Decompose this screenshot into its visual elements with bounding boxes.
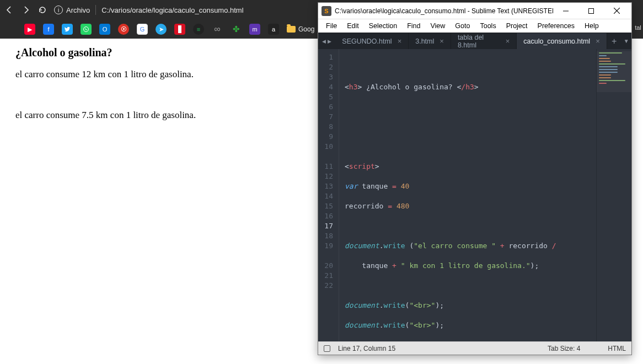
tab-label: tabla del 8.html [458,34,500,49]
svg-rect-2 [589,8,594,13]
bookmark-telegram-icon[interactable]: ➤ [156,24,167,35]
menu-tools[interactable]: Tools [475,21,500,31]
app-icon: S [322,6,331,16]
panel-toggle-icon[interactable] [324,345,330,352]
window-title: C:\varios\oracle\logica\caculo_consumo.h… [335,7,553,15]
bookmark-clover-icon[interactable]: ✤ [231,24,242,35]
tab-caculo-consumo[interactable]: caculo_consumo.html × [517,33,607,49]
status-position[interactable]: Line 17, Column 15 [338,345,395,352]
status-syntax[interactable]: HTML [608,345,626,352]
bookmark-outlook-icon[interactable]: O [99,24,110,35]
site-info-icon[interactable]: i [54,6,63,14]
bookmark-twitter-icon[interactable] [62,24,73,35]
bookmark-facebook-icon[interactable]: f [43,24,54,35]
bookmark-folder[interactable]: Goog [287,25,314,33]
new-tab-button[interactable]: + [607,33,621,49]
menu-preferences[interactable]: Preferences [533,21,579,31]
menu-goto[interactable]: Goto [451,21,474,31]
sublime-window: S C:\varios\oracle\logica\caculo_consumo… [318,2,632,355]
minimap[interactable] [596,49,631,341]
folder-icon [287,26,296,33]
menu-find[interactable]: Find [403,21,425,31]
tab-3[interactable]: 3.html × [409,33,451,49]
tab-label: caculo_consumo.html [523,38,590,45]
bookmark-google-icon[interactable]: G [137,24,148,35]
close-icon[interactable]: × [398,37,402,45]
status-tabsize[interactable]: Tab Size: 4 [548,345,580,352]
bookmark-spotify-icon[interactable]: ≡ [193,24,204,35]
tab-segundo[interactable]: SEGUNDO.html × [335,33,409,49]
reload-button[interactable] [37,6,47,14]
bookmark-m-icon[interactable]: m [249,24,260,35]
url-label: Archivo [66,6,90,14]
editor-area[interactable]: 12345678910111213141516171819202122 <h3>… [318,49,631,341]
statusbar: Line 17, Column 15 Tab Size: 4 HTML [318,341,631,355]
tab-history-nav[interactable]: ◀▶ [318,33,335,49]
close-button[interactable] [604,3,629,19]
bookmark-a-icon[interactable]: a [268,24,279,35]
divider [95,5,96,15]
code-area[interactable]: <h3> ¿Alcohol o gasolina? </h3> <script>… [339,49,596,341]
gutter: 12345678910111213141516171819202122 [318,49,339,341]
bookmark-whatsapp-icon[interactable] [81,24,92,35]
close-icon[interactable]: × [440,37,444,45]
close-icon[interactable]: × [506,37,510,45]
url-text: C:/varios/oracle/logica/caculo_consumo.h… [101,6,243,14]
menubar: File Edit Selection Find View Goto Tools… [318,19,631,33]
tabbar: ◀▶ SEGUNDO.html × 3.html × tabla del 8.h… [318,33,631,49]
tab-label: SEGUNDO.html [342,38,392,45]
close-icon[interactable]: × [596,37,600,45]
bookmark-peru-icon[interactable] [174,24,185,35]
svg-point-0 [84,27,89,32]
minimize-button[interactable] [553,3,578,19]
menu-project[interactable]: Project [502,21,532,31]
bookmark-infinity-icon[interactable]: ∞ [212,24,223,35]
address-bar[interactable]: i Archivo C:/varios/oracle/logica/caculo… [54,5,244,15]
tab-menu-button[interactable]: ▼ [621,33,631,49]
menu-view[interactable]: View [426,21,449,31]
back-button[interactable] [4,6,14,14]
bookmark-youtube-icon[interactable]: ▶ [24,24,35,35]
bookmark-red-icon[interactable]: ⦿ [118,24,129,35]
forward-button[interactable] [21,6,31,14]
menu-selection[interactable]: Selection [365,21,401,31]
svg-line-3 [614,8,620,14]
window-controls [553,3,629,19]
tab-tabla8[interactable]: tabla del 8.html × [451,33,517,49]
titlebar[interactable]: S C:\varios\oracle\logica\caculo_consumo… [318,3,631,19]
bookmark-folder-label: Goog [298,25,314,33]
menu-help[interactable]: Help [580,21,603,31]
svg-line-4 [614,8,620,14]
tab-label: 3.html [415,38,434,45]
menu-file[interactable]: File [322,21,341,31]
maximize-button[interactable] [578,3,604,19]
menu-edit[interactable]: Edit [342,21,363,31]
edge-cut-text: tal [633,20,643,35]
